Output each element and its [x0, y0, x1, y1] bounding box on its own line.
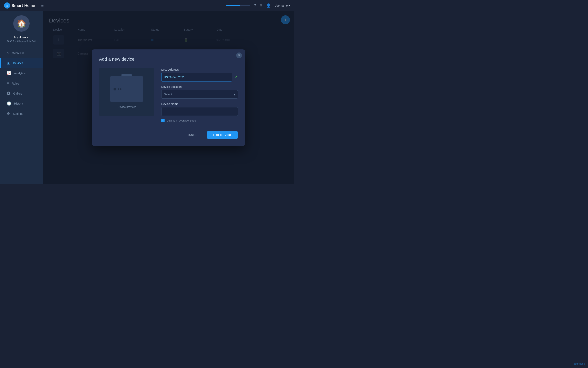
logo-home: Home — [24, 3, 35, 8]
overview-icon: ⌂ — [7, 51, 9, 55]
main-layout: 🏠 My Home ▾ 9898 Trent Bypass Suite 541 … — [0, 11, 294, 184]
device-preview-image — [110, 76, 143, 102]
dot-1 — [118, 88, 119, 90]
device-top-notch — [121, 74, 132, 76]
sidebar-item-overview-label: Overview — [12, 51, 24, 55]
progress-bar — [226, 5, 250, 6]
device-location-wrapper: Select Living Room Kitchen Bedroom Hall … — [161, 90, 238, 99]
username-label: Username — [274, 4, 288, 7]
logo: ⌂ SmartHome — [4, 2, 35, 9]
avatar-house-icon: 🏠 — [17, 19, 26, 28]
gallery-icon: 🖼 — [7, 91, 10, 96]
modal-actions: CANCEL ADD DEVICE — [99, 131, 238, 139]
home-name-arrow: ▾ — [27, 36, 28, 39]
sidebar-item-analytics[interactable]: 📈 Analytics — [0, 68, 43, 78]
device-camera-dot — [114, 88, 116, 91]
add-device-confirm-button[interactable]: ADD DEVICE — [207, 131, 238, 139]
display-overview-label: Display in overview page — [167, 119, 196, 122]
help-icon[interactable]: ? — [254, 3, 256, 8]
sidebar: 🏠 My Home ▾ 9898 Trent Bypass Suite 541 … — [0, 11, 43, 184]
username-arrow: ▾ — [289, 4, 290, 7]
sidebar-item-analytics-label: Analytics — [14, 72, 26, 75]
sidebar-item-rules[interactable]: ≡ Rules — [0, 78, 43, 88]
username-button[interactable]: Username ▾ — [274, 4, 290, 7]
form-section: MAC Address ✓ Device Location Select Liv… — [161, 68, 238, 127]
sidebar-item-history[interactable]: 🕐 History — [0, 98, 43, 109]
sidebar-item-overview[interactable]: ⌂ Overview — [0, 48, 43, 58]
mac-check-icon: ✓ — [234, 74, 238, 80]
rules-icon: ≡ — [7, 81, 9, 86]
sidebar-item-devices[interactable]: ▣ Devices — [0, 58, 43, 68]
navbar: ⌂ SmartHome ≡ ? ✉ 👤 Username ▾ — [0, 0, 294, 11]
mail-icon[interactable]: ✉ — [260, 3, 262, 8]
modal-title: Add a new device — [99, 56, 238, 62]
sidebar-item-devices-label: Devices — [13, 62, 23, 65]
dot-2 — [120, 88, 121, 90]
logo-icon: ⌂ — [4, 2, 10, 9]
analytics-icon: 📈 — [7, 71, 11, 75]
device-location-label: Device Location — [161, 85, 238, 88]
home-name[interactable]: My Home ▾ — [14, 36, 29, 39]
modal-overlay: Add a new device × Device pr — [43, 11, 294, 184]
navbar-right: ? ✉ 👤 Username ▾ — [226, 3, 290, 8]
sidebar-item-settings[interactable]: ⚙ Settings — [0, 109, 43, 119]
user-icon[interactable]: 👤 — [266, 3, 271, 8]
avatar-container: 🏠 — [13, 15, 30, 32]
sidebar-item-gallery[interactable]: 🖼 Gallery — [0, 88, 43, 98]
device-camera-dots — [118, 88, 121, 90]
sidebar-item-rules-label: Rules — [12, 82, 19, 85]
mac-address-input[interactable] — [161, 73, 232, 82]
device-name-input[interactable] — [161, 107, 238, 116]
device-location-select[interactable]: Select Living Room Kitchen Bedroom Hall … — [161, 90, 238, 99]
modal-close-button[interactable]: × — [236, 53, 242, 58]
display-overview-row: ✓ Display in overview page — [161, 119, 238, 122]
modal-body: Device preview MAC Address ✓ Device Loca… — [99, 68, 238, 127]
mac-address-label: MAC Address — [161, 68, 238, 71]
add-device-modal: Add a new device × Device pr — [92, 49, 245, 146]
devices-icon: ▣ — [7, 61, 10, 65]
hamburger-menu[interactable]: ≡ — [41, 3, 44, 8]
device-name-label: Device Name — [161, 102, 238, 106]
sidebar-item-settings-label: Settings — [13, 112, 23, 115]
device-preview-label: Device preview — [118, 105, 136, 109]
avatar: 🏠 — [13, 15, 30, 32]
logo-symbol: ⌂ — [6, 4, 8, 7]
cancel-button[interactable]: CANCEL — [182, 131, 204, 139]
device-preview-box: Device preview — [99, 68, 154, 116]
mac-address-row: ✓ — [161, 73, 238, 82]
display-overview-checkbox[interactable]: ✓ — [161, 119, 164, 122]
nav-menu: ⌂ Overview ▣ Devices 📈 Analytics ≡ Rules… — [0, 48, 43, 119]
history-icon: 🕐 — [7, 101, 11, 106]
home-address: 9898 Trent Bypass Suite 541 — [5, 40, 38, 43]
progress-bar-fill — [226, 5, 240, 6]
sidebar-item-gallery-label: Gallery — [13, 92, 22, 95]
sidebar-item-history-label: History — [14, 102, 23, 105]
home-name-label: My Home — [14, 36, 27, 39]
settings-icon: ⚙ — [7, 111, 10, 116]
logo-smart: Smart — [11, 3, 23, 8]
checkbox-check: ✓ — [162, 119, 164, 122]
content-area: Devices + Device Name Location Status Ba… — [43, 11, 294, 184]
